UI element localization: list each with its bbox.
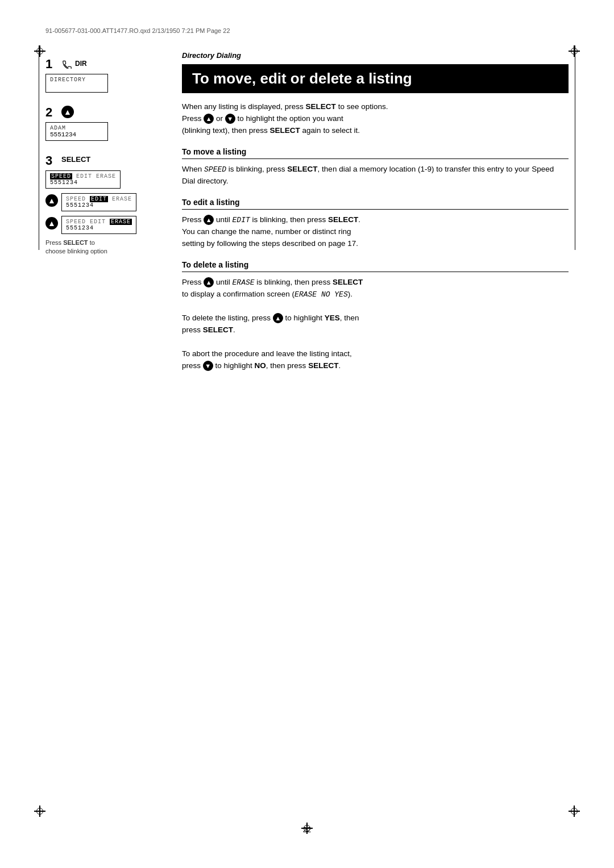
press-caption: Press SELECT tochoose blinking option	[45, 239, 159, 256]
step3-lcd1-bottom: 5551234	[50, 180, 116, 186]
scroll-icon-3: ▲	[45, 217, 58, 229]
page-container: 91-005677-031-000.ATT1477.RO.qxd 2/13/19…	[0, 0, 614, 868]
edit-highlight: EDIT	[90, 196, 108, 202]
intro-text: When any listing is displayed, press SEL…	[182, 101, 569, 137]
subsection-delete-title: To delete a listing	[182, 260, 569, 272]
margin-line-right	[575, 45, 575, 250]
step3-lcd3-bottom: 5551234	[66, 225, 132, 231]
subsection-delete: To delete a listing Press ▲ until ERASE …	[182, 260, 569, 372]
subsection-move: To move a listing When SPEED is blinking…	[182, 147, 569, 187]
erase-normal-2: ERASE	[112, 196, 132, 202]
step-2: 2 ▲ ADAM 5551234	[45, 105, 159, 141]
subsection-delete-body: Press ▲ until ERASE is blinking, then pr…	[182, 277, 569, 372]
crosshair-bottom-left	[34, 806, 45, 817]
circle-icon-yes: ▲	[273, 313, 283, 323]
subsection-edit-body: Press ▲ until EDIT is blinking, then pre…	[182, 214, 569, 250]
phone-icon	[61, 60, 73, 69]
subsection-move-body: When SPEED is blinking, press SELECT, th…	[182, 164, 569, 187]
circle-icon-delete: ▲	[204, 277, 214, 287]
left-panel: 1 DIR DIRECTORY 2 ▲ ADAM 5551234	[45, 57, 159, 269]
step-number-1: 1	[45, 58, 57, 70]
step3-lcd-2: SPEED EDIT ERASE 5551234	[61, 193, 136, 211]
circle-icon-no: ▼	[203, 361, 213, 371]
speed-normal-3: SPEED	[66, 219, 90, 225]
step-number-2: 2	[45, 106, 57, 119]
meta-line: 91-005677-031-000.ATT1477.RO.qxd 2/13/19…	[45, 27, 230, 34]
select-label: SELECT	[61, 155, 90, 164]
dir-label: DIR	[75, 60, 87, 68]
edit-normal-3: EDIT	[90, 219, 110, 225]
speed-text: SPEED	[204, 165, 226, 174]
step2-lcd: ADAM 5551234	[45, 122, 108, 141]
speed-normal-2: SPEED	[66, 196, 90, 202]
speed-highlight: SPEED	[50, 173, 72, 180]
step3-lcd-1: SPEED EDIT ERASE 5551234	[45, 170, 121, 189]
step1-lcd: DIRECTORY	[45, 74, 108, 93]
step3-lcd-3: SPEED EDIT ERASE 5551234	[61, 216, 136, 234]
step-number-3: 3	[45, 155, 57, 167]
edit-text: EDIT	[233, 216, 250, 224]
step3-lcd2-bottom: 5551234	[66, 202, 132, 208]
erase-text: ERASE	[233, 278, 255, 287]
crosshair-bottom-right	[569, 806, 580, 817]
step-3: 3 SELECT SPEED EDIT ERASE 5551234 ▲ SPEE…	[45, 153, 159, 256]
subsection-edit-title: To edit a listing	[182, 198, 569, 210]
erase-no-yes-text: ERASE NO YES	[294, 290, 348, 299]
subsection-move-title: To move a listing	[182, 147, 569, 159]
scroll-up-icon: ▲	[61, 106, 74, 118]
page-title: To move, edit or delete a listing	[182, 64, 569, 93]
erase-normal-1: ERASE	[96, 173, 116, 180]
step-1: 1 DIR DIRECTORY	[45, 57, 159, 93]
erase-highlight: ERASE	[110, 219, 132, 225]
right-panel: Directory Dialing To move, edit or delet…	[182, 51, 569, 382]
crosshair-bottom-center	[301, 823, 313, 834]
crosshair-top-right	[569, 45, 580, 57]
circle-icon-down: ▼	[225, 114, 235, 124]
crosshair-top-left	[34, 45, 45, 57]
scroll-icon-2: ▲	[45, 194, 58, 207]
circle-icon-edit: ▲	[204, 215, 214, 225]
subsection-edit: To edit a listing Press ▲ until EDIT is …	[182, 198, 569, 250]
edit-normal-1: EDIT	[76, 173, 92, 180]
section-label: Directory Dialing	[182, 51, 569, 60]
margin-line-left	[39, 45, 39, 250]
circle-icon-up: ▲	[204, 114, 214, 124]
